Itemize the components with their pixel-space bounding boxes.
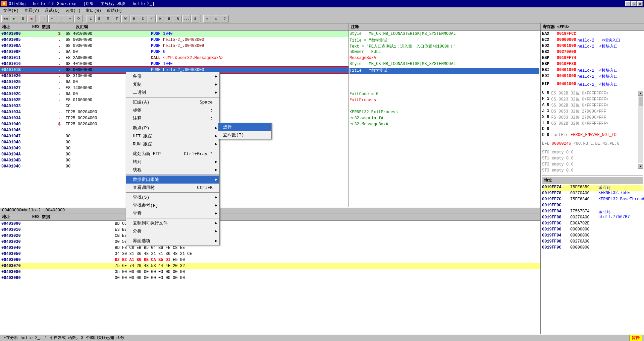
stack-row-2[interactable]: 0019FF7C 75FE6340 KERNEL32.BaseThreadI [542,197,643,203]
stack-row-3[interactable]: 0019FFDC [542,203,643,209]
context-menu[interactable]: 备份 复制 二进制 汇编(A)Space 标签: 注释; 断点(P) HIT 跟… [126,72,220,245]
tb-H[interactable]: H [130,15,138,22]
dump-row-1[interactable]: 00403010 E3 B2 E2 CA D4 31 A3 BA BD F8 [0,227,540,233]
menu-window[interactable]: 窗口(W) [83,7,104,14]
comment-5: Style = MB_OK|MB_ICONASTERISK|MB_SYSTEMM… [350,62,539,68]
tb-W[interactable]: W [121,15,129,22]
ctx-ui-options[interactable]: 界面选项 [126,237,219,245]
tb-animate[interactable]: ⟳ [74,15,83,22]
reg-scroll-up[interactable]: ▲ [638,90,643,96]
disasm-row-3[interactable]: 0040100F . 6A 00 PUSH 0 [0,49,348,55]
reg-eip-name: EIP [542,82,555,88]
stack-row-6[interactable]: 0019FF8C E00A702E [542,221,643,227]
tb-B[interactable]: B [165,15,173,22]
ctx-sep7 [126,236,219,236]
restore-button[interactable]: ❐ [631,1,637,6]
tb-play[interactable]: ▶ [10,15,18,22]
tb-stop[interactable]: ■ [28,15,36,22]
ctx-view[interactable]: 查看 [126,209,219,217]
tb-pause[interactable]: ⏸ [19,15,27,22]
close-button[interactable]: ✕ [637,1,643,6]
comment-3: hOwner = NULL [350,50,539,56]
tb-dots[interactable]: ... [182,15,191,22]
tb-slash[interactable]: / [148,15,156,22]
tb-back[interactable]: ◀◀ [1,15,9,22]
stack-row-7[interactable]: 0019FF90 00000000 [542,227,643,233]
ctx-copy-exec[interactable]: 复制到可执行文件 [126,219,219,227]
reg-scroll-thumb[interactable] [639,96,643,106]
disasm-row-0[interactable]: 00401000 $ 68 40100000 PUSH 1040 [0,31,348,37]
tb-T[interactable]: T [113,15,121,22]
dump-row-2[interactable]: 00403020 CB E8 BF DF CA BB D6 C3 34 3E [0,233,540,239]
flag-ss: SS 002B 32位 0<FFFFFFFF> [551,103,608,109]
dump-row-4[interactable]: 00403040 BD F8 C8 EB B5 04 B6 FE C8 EE [0,245,540,251]
reg-scroll-down[interactable]: ▼ [638,163,643,169]
st0-row: ST0 empty 0.0 [542,150,643,156]
daddr-2: 00403020 [0,233,113,239]
stack-row-0[interactable]: 0019FF74 75FE6359 返回到 KERNEL32.75FE [542,185,643,191]
ctx-copy[interactable]: 复制 [126,80,219,88]
flags-row-3: A 0 SS 002B 32位 0<FFFFFFFF> [542,103,643,109]
ctx-new-eip[interactable]: 此处为新 EIPCtrl+Gray * [126,150,219,158]
dascii-1 [526,227,540,233]
menu-file[interactable]: 文件(F) [1,7,21,14]
stack-row-10[interactable]: 0019FF9C 00000000 [542,245,643,251]
dump-row-0[interactable]: 00403000 BD CC D1 A7 B2 E2 CA D4 00 5E [0,221,540,227]
tb-list[interactable]: ≡ [203,15,211,22]
tb-K[interactable]: K [156,15,164,22]
dump-row-8[interactable]: 00403080 35 00 00 00 00 00 00 00 00 00 [0,269,540,275]
stack-row-4[interactable]: 0019FF84 77567B74 返回到 ntdll.77567B7 [542,209,643,215]
addr-8: 00401025 [0,79,57,85]
tb-L[interactable]: L [87,15,95,22]
dump-row-7[interactable]: 00403070 75 6E 74 20 43 53 44 4E 20 32 [0,263,540,269]
stack-row-9[interactable]: 0019FF98 00270A00 [542,239,643,245]
tb-step-over[interactable]: ↪ [48,15,56,22]
dump-row-6[interactable]: 00403060 B2 B2 A1 B6 BE CA B5 D1 E9 00 [0,257,540,263]
dump-row-5[interactable]: 00403050 34 30 31 36 48 21 31 36 48 21 C… [0,251,540,257]
ctx-analyze[interactable]: 分析 [126,227,219,235]
cpu-panel: 地址 HEX 数据 反汇编 00401000 $ 68 40100000 PUS… [0,23,540,207]
disasm-row-4[interactable]: 00401011 . E8 2A000000 CALL <JMP.&user32… [0,55,348,61]
minimize-button[interactable]: _ [625,1,631,6]
dump-row-3[interactable]: 00403030 00 50 45 C8 EB BF DA B5 E3 B2 [0,239,540,245]
flag-o: O 0 [542,133,549,139]
ctx-search-ref[interactable]: 查找参考(R) [126,201,219,209]
menu-view[interactable]: 查看(V) [21,7,42,14]
tb-M[interactable]: M [104,15,112,22]
ctx-binary[interactable]: 二进制 [126,88,219,96]
tb-S[interactable]: S [191,15,199,22]
ctx-goto[interactable]: 转到 [126,158,219,166]
marker-8: . [57,79,64,85]
tb-R[interactable]: R [174,15,182,22]
window-controls[interactable]: _ ❐ ✕ [625,1,643,6]
ctx-assemble[interactable]: 汇编(A)Space [126,98,219,106]
menu-debug[interactable]: 调试(D) [42,7,63,14]
menu-help[interactable]: 帮助(H) [104,7,125,14]
tb-E[interactable]: E [95,15,103,22]
disasm-row-1[interactable]: 00401005 . 68 00304000 PUSH hello-2_.004… [0,37,348,43]
ctx-hit-trace[interactable]: HIT 跟踪 [126,132,219,140]
menu-options[interactable]: 选项(T) [63,7,84,14]
tb-dbg[interactable]: ⚙ [212,15,220,22]
disasm-row-5[interactable]: 00401016 . 68 40100000 PUSH 1040 [0,61,348,67]
reg-scroll[interactable]: ▲ ▼ [638,90,643,169]
tb-C[interactable]: C [139,15,147,22]
stack-row-8[interactable]: 0019FF94 00000000 [542,233,643,239]
ctx-search[interactable]: 查找(S) [126,193,219,201]
ctx-breakpoint[interactable]: 断点(P) [126,124,219,132]
ctx-label[interactable]: 标签: [126,106,219,114]
dump-row-9[interactable]: 00403090 00 00 00 00 00 00 00 00 00 00 [0,275,540,281]
tb-run-to[interactable]: ⇥ [66,15,74,22]
ctx-thread[interactable]: 线程 [126,166,219,174]
dump-content[interactable]: 00403000 BD CC D1 A7 B2 E2 CA D4 00 5E 0… [0,221,540,334]
ctx-data-follow[interactable]: 数据窗口跟随 [126,176,219,184]
ctx-view-calltree[interactable]: 查看调用树Ctrl+K [126,184,219,192]
disasm-row-2[interactable]: 0040100A . 68 09304000 PUSH hello-2_.004… [0,43,348,49]
ctx-run-trace[interactable]: RUN 跟踪 [126,140,219,148]
ctx-comment[interactable]: 注释; [126,114,219,122]
daddr-8: 00403080 [0,269,113,275]
tb-help2[interactable]: ? [221,15,229,22]
tb-step-out[interactable]: ↑ [57,15,65,22]
tb-step-into[interactable]: → [40,15,48,22]
ctx-backup[interactable]: 备份 [126,72,219,80]
